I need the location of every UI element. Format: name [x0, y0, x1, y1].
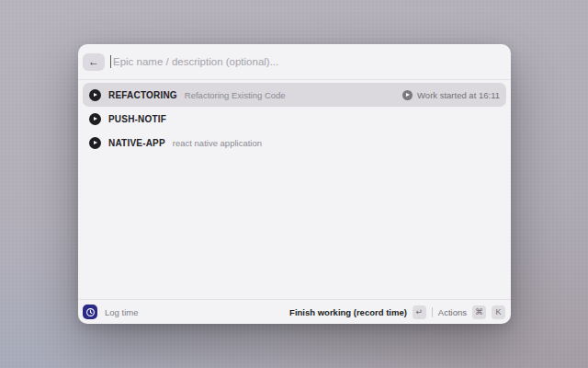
work-started-text: Work started at 16:11 — [417, 90, 500, 100]
search-bar: ← — [78, 44, 511, 80]
list-item-refactoring[interactable]: REFACTORING Refactoring Existing Code Wo… — [83, 83, 506, 107]
footer-bar: Log time Finish working (record time) ↵ … — [78, 299, 511, 324]
list-item-native-app[interactable]: NATIVE-APP react native application — [83, 131, 506, 155]
epic-title: REFACTORING — [108, 90, 177, 100]
k-keycap: K — [492, 305, 505, 319]
cmd-keycap: ⌘ — [472, 305, 486, 319]
desktop: { "colors": { "accent_indigo": "#2b2a86"… — [0, 0, 588, 368]
play-icon — [402, 90, 413, 100]
footer-divider — [432, 307, 433, 317]
epic-subtitle: react native application — [173, 138, 262, 148]
work-status-accessory: Work started at 16:11 — [402, 90, 500, 100]
back-button[interactable]: ← — [83, 53, 105, 71]
play-icon — [89, 113, 101, 125]
footer-actions: Finish working (record time) ↵ Actions ⌘… — [289, 305, 505, 319]
search-input[interactable] — [111, 56, 502, 67]
play-icon — [89, 137, 101, 149]
play-icon — [89, 89, 101, 101]
enter-keycap: ↵ — [413, 305, 426, 319]
log-time-clock-icon — [83, 305, 97, 319]
epic-title: NATIVE-APP — [108, 138, 165, 148]
epic-subtitle: Refactoring Existing Code — [185, 90, 286, 100]
epic-title: PUSH-NOTIF — [108, 114, 166, 124]
list-item-push-notif[interactable]: PUSH-NOTIF — [83, 107, 506, 131]
epic-list: REFACTORING Refactoring Existing Code Wo… — [78, 80, 511, 299]
primary-action-button[interactable]: Finish working (record time) — [289, 307, 407, 317]
actions-menu-button[interactable]: Actions — [438, 307, 467, 317]
command-palette-window: ← REFACTORING Refactoring Existing Code … — [78, 44, 511, 324]
back-arrow-icon: ← — [88, 56, 99, 67]
extension-name-label: Log time — [105, 307, 138, 317]
